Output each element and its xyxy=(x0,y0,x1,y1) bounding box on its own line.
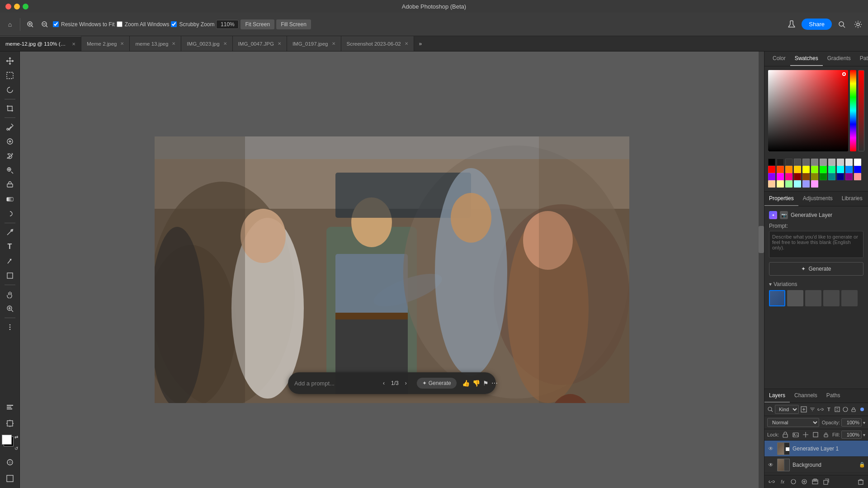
close-button[interactable] xyxy=(5,4,11,9)
new-layer-add-icon[interactable] xyxy=(821,477,830,486)
prev-prompt-button[interactable]: ‹ xyxy=(378,378,389,389)
layers-tab[interactable]: Layers xyxy=(764,389,790,403)
color-swatch[interactable] xyxy=(768,166,775,173)
color-swatch[interactable] xyxy=(802,180,810,188)
zoom-input[interactable] xyxy=(216,20,239,29)
zoom-all-checkbox[interactable]: Zoom All Windows xyxy=(117,21,170,28)
mask-icon[interactable] xyxy=(842,405,849,414)
flag-button[interactable]: ⚑ xyxy=(483,377,489,389)
tab-close-icon[interactable]: ✕ xyxy=(120,41,124,46)
quick-mask-icon[interactable] xyxy=(3,455,17,469)
link-icon[interactable] xyxy=(767,477,776,486)
thumbs-down-button[interactable]: 👎 xyxy=(472,377,480,389)
minimize-button[interactable] xyxy=(14,4,20,9)
tab-close-icon[interactable]: ✕ xyxy=(172,41,175,46)
color-swatch[interactable] xyxy=(854,166,861,173)
color-swatch[interactable] xyxy=(820,173,827,180)
lock-artboard-icon[interactable] xyxy=(812,431,819,439)
color-swatch[interactable] xyxy=(811,180,818,188)
color-swatch[interactable] xyxy=(837,166,844,173)
screen-mode-icon[interactable] xyxy=(3,472,17,485)
home-icon[interactable] xyxy=(4,18,16,31)
text-tool[interactable]: T xyxy=(3,240,17,253)
hand-tool[interactable] xyxy=(3,287,17,301)
color-swatch[interactable] xyxy=(802,166,810,173)
reset-colors-icon[interactable]: ↺ xyxy=(14,446,18,451)
crop-tool[interactable] xyxy=(3,102,17,115)
variation-thumb-3[interactable] xyxy=(805,290,821,306)
color-swatch[interactable] xyxy=(777,180,784,188)
clone-tool[interactable] xyxy=(3,164,17,177)
lock-transparent-icon[interactable] xyxy=(782,431,789,439)
tab-meme13[interactable]: meme 13.jpeg ✕ xyxy=(130,36,181,51)
eyedropper-tool[interactable] xyxy=(3,120,17,134)
lasso-tool[interactable] xyxy=(3,83,17,97)
color-swatch[interactable] xyxy=(785,159,793,166)
group-icon[interactable] xyxy=(811,477,820,486)
selection-tool[interactable] xyxy=(3,69,17,82)
color-swatch[interactable] xyxy=(785,180,793,188)
blend-mode-select[interactable]: Normal xyxy=(767,418,819,427)
color-swatch[interactable] xyxy=(828,159,835,166)
patterns-tab[interactable]: Patterns xyxy=(855,52,868,66)
color-swatch[interactable] xyxy=(837,173,844,180)
tab-meme2[interactable]: Meme 2.jpeg ✕ xyxy=(81,36,130,51)
layer-item-generative[interactable]: 👁 Generative Layer 1 xyxy=(764,441,868,457)
color-swatch[interactable] xyxy=(820,166,827,173)
color-gradient-picker[interactable] xyxy=(768,70,848,151)
thumbs-up-button[interactable]: 👍 xyxy=(462,377,470,389)
text-layer-icon[interactable]: T xyxy=(826,405,832,414)
color-swatch[interactable] xyxy=(828,166,835,173)
gradients-tab[interactable]: Gradients xyxy=(823,52,855,66)
more-options-button[interactable]: ⋯ xyxy=(491,377,498,389)
fill-screen-button[interactable]: Fill Screen xyxy=(276,19,311,29)
effects-icon[interactable] xyxy=(834,405,840,414)
resize-windows-checkbox[interactable]: Resize Windows to Fit xyxy=(53,21,115,28)
next-prompt-button[interactable]: › xyxy=(401,378,411,389)
prompt-input[interactable] xyxy=(292,380,373,387)
variations-header[interactable]: ▾ Variations xyxy=(769,281,863,287)
tab-close-icon[interactable]: ✕ xyxy=(223,41,227,46)
color-swatch[interactable] xyxy=(811,166,818,173)
new-layer-icon[interactable] xyxy=(801,405,807,414)
zoom-tool[interactable] xyxy=(3,302,17,315)
lab-flask-icon[interactable] xyxy=(785,18,798,31)
dodge-tool[interactable] xyxy=(3,207,17,221)
color-swatch[interactable] xyxy=(768,173,775,180)
color-swatch[interactable] xyxy=(845,159,853,166)
foreground-color-swatch[interactable] xyxy=(2,435,12,445)
tab-screenshot[interactable]: Screenshot 2023-06-02 ✕ xyxy=(341,36,414,51)
move-tool[interactable] xyxy=(3,54,17,68)
adjustments-tab[interactable]: Adjustments xyxy=(798,192,837,206)
variation-thumb-4[interactable] xyxy=(823,290,840,306)
color-swatch[interactable] xyxy=(828,173,835,180)
hue-slider[interactable] xyxy=(850,70,856,151)
pen-tool[interactable] xyxy=(3,225,17,239)
color-swatch[interactable] xyxy=(845,173,853,180)
lock-layers-icon[interactable] xyxy=(850,405,857,414)
color-swatch[interactable] xyxy=(777,173,784,180)
maximize-button[interactable] xyxy=(23,4,28,9)
prompt-generate-button[interactable]: ✦ Generate xyxy=(417,378,457,389)
tab-overflow-button[interactable]: » xyxy=(414,36,427,51)
context-toolbar-icon[interactable] xyxy=(3,400,17,414)
color-swatch[interactable] xyxy=(794,173,801,180)
link-layers-icon[interactable] xyxy=(817,405,824,414)
canvas-scrollbar-thumb[interactable] xyxy=(759,226,764,253)
shape-tool[interactable] xyxy=(3,269,17,282)
zoom-out-icon[interactable] xyxy=(38,18,51,31)
tab-img0197[interactable]: IMG_0197.jpeg ✕ xyxy=(287,36,341,51)
color-swatch[interactable] xyxy=(845,166,853,173)
lock-all-icon[interactable] xyxy=(822,431,830,439)
swap-colors-icon[interactable]: ⇄ xyxy=(14,435,18,440)
layer-visibility-icon[interactable]: 👁 xyxy=(767,461,774,469)
color-tab[interactable]: Color xyxy=(768,52,790,66)
color-swatch[interactable] xyxy=(777,166,784,173)
tab-active[interactable]: meme-12.jpg @ 110% (Generative Layer 1, … xyxy=(0,36,81,51)
properties-tab[interactable]: Properties xyxy=(764,192,798,206)
fill-arrow-icon[interactable]: ▾ xyxy=(863,432,865,437)
color-swatch[interactable] xyxy=(854,159,861,166)
color-swatch[interactable] xyxy=(785,173,793,180)
tab-img0047[interactable]: IMG_0047.JPG ✕ xyxy=(233,36,287,51)
fx-icon[interactable]: fx xyxy=(778,477,787,486)
